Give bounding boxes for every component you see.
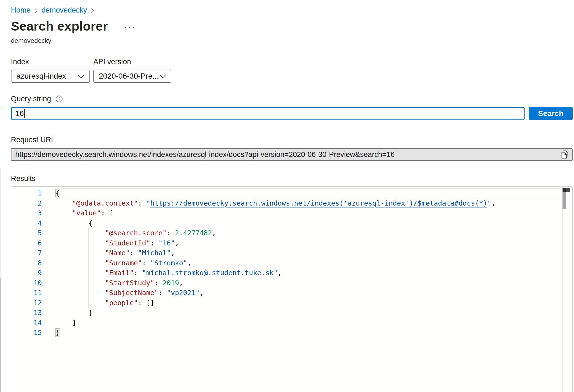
json-token: "SubjectName" (105, 289, 159, 297)
json-token: "Name" (105, 249, 130, 257)
json-token: : [ (101, 209, 113, 217)
indent-guide (72, 228, 72, 238)
indent-guide (88, 258, 89, 268)
chevron-right-icon (91, 8, 94, 14)
json-token: "StudentId" (105, 239, 150, 247)
json-token: , (187, 259, 191, 267)
page-scrollbar-thumb[interactable] (0, 278, 1, 392)
json-token: , (175, 239, 179, 247)
indent-guide (56, 258, 56, 268)
code-line: 8 "Surname": "Stromko", (11, 258, 562, 268)
line-number: 5 (11, 228, 56, 238)
chevron-down-icon (159, 74, 166, 78)
line-content: "SubjectName": "vp2021", (56, 288, 562, 298)
json-token: : [] (138, 299, 154, 307)
json-token: " (146, 199, 150, 207)
code-line: 6 "StudentId": "16", (11, 238, 562, 248)
indent-guide (72, 248, 72, 258)
code-line: 14 ] (11, 318, 562, 328)
indent-guide (56, 288, 56, 298)
indent-guide (56, 278, 56, 288)
chevron-right-icon (34, 8, 38, 14)
indent-guide (72, 238, 72, 248)
json-token: "16" (158, 239, 175, 247)
indent-guide (56, 318, 56, 328)
line-content: "Email": "michal.stromko@.student.tuke.s… (56, 268, 562, 278)
indent-guide (56, 268, 56, 278)
indent-guide (72, 308, 72, 318)
json-token: , (179, 279, 183, 287)
json-token: : (158, 289, 167, 297)
request-url-label: Request URL (11, 136, 573, 144)
indent-guide (88, 228, 89, 238)
indent-guide (72, 278, 72, 288)
indent-guide (88, 278, 89, 288)
line-number: 1 (11, 188, 56, 198)
results-code-editor[interactable]: 1{2 "@odata.context": "https://demovedec… (11, 186, 573, 392)
breadcrumb-home-link[interactable]: Home (11, 6, 31, 14)
info-icon[interactable] (55, 95, 63, 103)
indent-guide (56, 308, 56, 318)
json-token: "people" (105, 299, 138, 307)
json-token: : (142, 259, 150, 267)
line-number: 14 (11, 318, 56, 328)
search-button[interactable]: Search (529, 107, 573, 120)
json-token: "StartStudy" (105, 279, 155, 287)
query-string-input[interactable]: 16 (11, 107, 525, 120)
json-token: "value" (72, 209, 101, 217)
code-line: 2 "@odata.context": "https://demovedecky… (11, 198, 562, 209)
json-token: : (154, 279, 162, 287)
json-token: : (150, 239, 158, 247)
indent-guide (72, 288, 72, 298)
search-explorer-blade: Home demovedecky Search explorer ··· dem… (0, 0, 573, 392)
code-line: 7 "Name": "Michal", (11, 248, 562, 258)
code-line: 4 { (11, 218, 562, 228)
editor-vertical-scrollbar-thumb[interactable] (563, 192, 566, 209)
results-code-lines: 1{2 "@odata.context": "https://demovedec… (11, 187, 572, 338)
breadcrumb-demovedecky-link[interactable]: demovedecky (42, 6, 87, 14)
line-number: 13 (11, 308, 56, 318)
query-string-label: Query string (11, 95, 51, 103)
line-number: 4 (11, 218, 56, 228)
code-line: 13 } (11, 308, 562, 318)
indent-guide (88, 298, 89, 308)
line-number: 9 (11, 268, 56, 278)
page-subtitle: demovedecky (11, 37, 573, 44)
line-content: "StartStudy": 2019, (56, 278, 562, 288)
json-token: "Michal" (138, 249, 171, 257)
results-label: Results (11, 174, 573, 183)
api-version-dropdown-value: 2020-06-30-Pre... (99, 72, 159, 81)
json-token: : (138, 199, 146, 207)
line-number: 3 (11, 208, 56, 218)
copy-icon[interactable] (561, 150, 569, 159)
json-token: : (134, 269, 142, 277)
line-content: "people": [] (56, 298, 562, 308)
indent-guide (88, 268, 89, 278)
line-number: 15 (11, 328, 56, 338)
json-token: " (487, 199, 491, 207)
api-version-label: API version (93, 58, 173, 66)
line-content: "@search.score": 2.4277482, (56, 228, 562, 238)
page-scrollbar-track[interactable] (0, 168, 1, 392)
indent-guide (56, 218, 56, 228)
indent-guide (56, 248, 56, 258)
more-actions-button[interactable]: ··· (124, 23, 135, 34)
json-token: "Surname" (105, 259, 142, 267)
json-link-token[interactable]: https://demovedecky.search.windows.net/i… (150, 199, 487, 207)
indent-guide (88, 288, 89, 298)
code-line: 11 "SubjectName": "vp2021", (11, 288, 562, 298)
json-token: , (200, 289, 204, 297)
line-content: ] (56, 318, 562, 328)
json-token: "michal.stromko@.student.tuke.sk" (142, 269, 278, 277)
line-content: "Surname": "Stromko", (56, 258, 562, 268)
api-version-dropdown[interactable]: 2020-06-30-Pre... (93, 70, 171, 83)
request-url-field[interactable]: https://demovedecky.search.windows.net/i… (11, 148, 573, 161)
json-token: , (278, 269, 282, 277)
page-title: Search explorer (11, 19, 108, 34)
code-line: 3 "value": [ (11, 208, 562, 218)
index-label: Index (11, 58, 93, 66)
line-number: 11 (11, 288, 56, 298)
index-dropdown[interactable]: azuresql-index (11, 70, 90, 83)
line-content: } (56, 308, 562, 318)
editor-overview-ruler (562, 187, 572, 392)
